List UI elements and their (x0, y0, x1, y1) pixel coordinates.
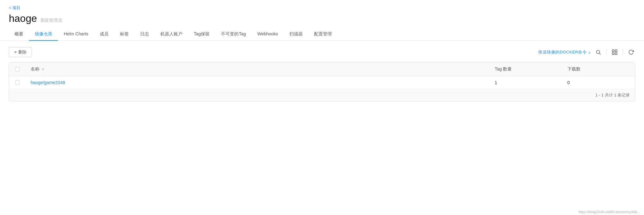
toolbar-left: 删除 (9, 47, 32, 57)
filter-icon[interactable]: ▼ (41, 67, 45, 71)
col-header-name: 名称 ▼ (26, 63, 490, 76)
svg-rect-3 (615, 50, 617, 52)
status-bar: https://blog22cdn.net80.wezommy/k8s... (575, 209, 644, 215)
table-footer: 1 - 1 共计 1 条记录 (9, 89, 635, 101)
docker-cmd-label: 推送镜像的DOCKER命令 (538, 49, 587, 55)
delete-button[interactable]: 删除 (9, 47, 32, 57)
search-icon (595, 49, 601, 55)
tab-robot-accounts[interactable]: 机器人账户 (155, 28, 188, 41)
top-bar: < 项目 haoge 系统管理员 (0, 0, 644, 24)
table-row: haoge/game2048 1 0 (9, 76, 635, 89)
page-container: < 项目 haoge 系统管理员 概要镜像仓库Helm Charts成员标签日志… (0, 0, 644, 215)
col-downloads-label: 下载数 (567, 66, 581, 72)
tab-image-registry[interactable]: 镜像仓库 (29, 28, 58, 41)
content-area: 删除 推送镜像的DOCKER命令 (0, 41, 644, 108)
toolbar-divider-2 (623, 49, 623, 55)
nav-tabs: 概要镜像仓库Helm Charts成员标签日志机器人账户Tag保留不可变的Tag… (0, 28, 644, 41)
project-role: 系统管理员 (40, 18, 62, 23)
header-checkbox[interactable] (15, 67, 20, 71)
tab-members[interactable]: 成员 (94, 28, 114, 41)
refresh-button[interactable] (627, 48, 635, 56)
delete-label: 删除 (18, 49, 27, 55)
svg-point-0 (596, 50, 600, 54)
back-link[interactable]: < 项目 (9, 5, 21, 11)
tab-scanner[interactable]: 扫描器 (284, 28, 308, 41)
svg-rect-4 (612, 53, 614, 55)
tab-overview[interactable]: 概要 (9, 28, 29, 41)
project-header: haoge 系统管理员 (9, 13, 635, 24)
tab-tag-retention[interactable]: Tag保留 (188, 28, 216, 41)
toolbar-row: 删除 推送镜像的DOCKER命令 (9, 47, 635, 57)
tab-tags[interactable]: 标签 (114, 28, 134, 41)
project-name: haoge (9, 13, 37, 24)
col-tag-count-label: Tag 数量 (495, 66, 512, 72)
svg-rect-5 (615, 53, 617, 55)
header-checkbox-cell (9, 63, 26, 76)
row-downloads-cell: 0 (562, 76, 635, 89)
chevron-down-icon (588, 50, 591, 55)
toolbar-right: 推送镜像的DOCKER命令 (538, 48, 635, 57)
row-checkbox-cell (9, 76, 26, 89)
tab-logs[interactable]: 日志 (134, 28, 155, 41)
col-header-downloads: 下载数 (562, 63, 635, 76)
row-checkbox[interactable] (15, 80, 20, 85)
view-toggle-button[interactable] (610, 48, 619, 57)
col-header-tag-count: Tag 数量 (490, 63, 562, 76)
tab-immutable-tag[interactable]: 不可变的Tag (215, 28, 252, 41)
refresh-icon (628, 49, 634, 55)
svg-line-1 (599, 53, 600, 54)
docker-command-button[interactable]: 推送镜像的DOCKER命令 (538, 49, 590, 55)
table-rows-container: haoge/game2048 1 0 (9, 76, 635, 89)
table-header: 名称 ▼ Tag 数量 下载数 (9, 63, 635, 76)
search-button[interactable] (594, 48, 602, 56)
row-name-cell: haoge/game2048 (26, 76, 490, 89)
repo-link[interactable]: haoge/game2048 (31, 80, 65, 85)
tab-config-mgmt[interactable]: 配置管理 (308, 28, 337, 41)
toolbar-divider (606, 49, 606, 55)
grid-list-icon (611, 49, 618, 55)
row-tag-count-cell: 1 (490, 76, 562, 89)
svg-rect-2 (612, 50, 614, 52)
tab-webhooks[interactable]: Webhooks (252, 28, 284, 41)
data-table: 名称 ▼ Tag 数量 下载数 haoge/game2048 1 0 (9, 62, 635, 101)
tab-helm-charts[interactable]: Helm Charts (58, 28, 94, 41)
col-name-label: 名称 (31, 66, 39, 72)
table-footer-text: 1 - 1 共计 1 条记录 (595, 93, 630, 97)
status-url: https://blog22cdn.net80.wezommy/k8s... (578, 210, 640, 214)
close-icon (14, 50, 17, 55)
